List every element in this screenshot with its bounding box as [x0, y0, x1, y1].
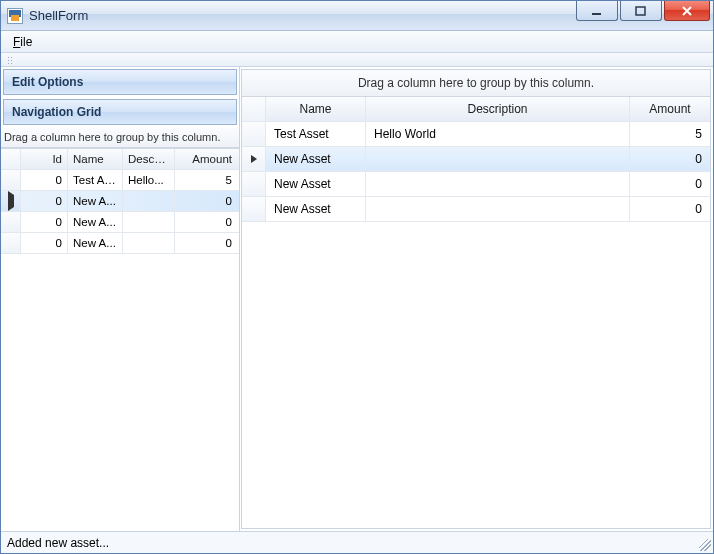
row-indicator-header	[242, 97, 266, 121]
table-row[interactable]: New Asset0	[242, 197, 710, 222]
cell-desc[interactable]: Hello...	[123, 170, 175, 190]
left-panel: Edit Options Navigation Grid Drag a colu…	[1, 67, 240, 531]
app-icon	[7, 8, 23, 24]
cell-id[interactable]: 0	[21, 191, 68, 211]
row-indicator	[242, 147, 266, 171]
status-text: Added new asset...	[7, 536, 109, 550]
col-name[interactable]: Name	[68, 149, 123, 169]
left-grid[interactable]: Id Name Descri... Amount 0Test As...Hell…	[1, 148, 239, 254]
cell-amount[interactable]: 0	[175, 212, 237, 232]
navigation-grid-header[interactable]: Navigation Grid	[3, 99, 237, 125]
menu-file[interactable]: File	[7, 33, 38, 51]
window-controls	[575, 1, 713, 30]
table-row[interactable]: 0Test As...Hello...5	[1, 170, 239, 191]
cell-name[interactable]: Test Asset	[266, 122, 366, 146]
col-amount[interactable]: Amount	[630, 97, 710, 121]
row-indicator	[242, 197, 266, 221]
close-icon	[681, 6, 693, 16]
cell-amount[interactable]: 0	[630, 172, 710, 196]
table-row[interactable]: Test AssetHello World5	[242, 122, 710, 147]
cell-amount[interactable]: 5	[175, 170, 237, 190]
row-indicator	[242, 122, 266, 146]
close-button[interactable]	[664, 1, 710, 21]
col-desc[interactable]: Descri...	[123, 149, 175, 169]
left-grid-container: Drag a column here to group by this colu…	[1, 127, 239, 531]
cell-desc[interactable]	[366, 147, 630, 171]
cell-name[interactable]: Test As...	[68, 170, 123, 190]
cell-desc[interactable]	[366, 197, 630, 221]
current-row-icon	[8, 191, 14, 211]
body: Edit Options Navigation Grid Drag a colu…	[1, 67, 713, 531]
minimize-icon	[591, 6, 603, 16]
table-row[interactable]: New Asset0	[242, 147, 710, 172]
cell-desc[interactable]	[123, 233, 175, 253]
app-window: ShellForm File Edit Options Navigation G…	[0, 0, 714, 554]
cell-amount[interactable]: 5	[630, 122, 710, 146]
cell-amount[interactable]: 0	[175, 233, 237, 253]
left-grid-header[interactable]: Id Name Descri... Amount	[1, 149, 239, 170]
toolstrip-grip-icon[interactable]	[7, 56, 12, 64]
cell-name[interactable]: New Asset	[266, 197, 366, 221]
cell-id[interactable]: 0	[21, 212, 68, 232]
resize-grip-icon[interactable]	[699, 539, 711, 551]
cell-id[interactable]: 0	[21, 170, 68, 190]
left-group-banner[interactable]: Drag a column here to group by this colu…	[1, 127, 239, 148]
cell-desc[interactable]	[366, 172, 630, 196]
row-indicator	[1, 191, 21, 211]
current-row-icon	[251, 155, 257, 163]
svg-rect-1	[636, 7, 645, 15]
cell-desc[interactable]	[123, 191, 175, 211]
table-row[interactable]: 0New A...0	[1, 233, 239, 254]
menubar: File	[1, 31, 713, 53]
cell-amount[interactable]: 0	[175, 191, 237, 211]
col-desc[interactable]: Description	[366, 97, 630, 121]
svg-rect-0	[592, 13, 601, 15]
maximize-button[interactable]	[620, 1, 662, 21]
row-indicator	[242, 172, 266, 196]
statusbar: Added new asset...	[1, 531, 713, 553]
right-grid-header[interactable]: Name Description Amount	[242, 97, 710, 122]
row-indicator	[1, 233, 21, 253]
col-id[interactable]: Id	[21, 149, 68, 169]
cell-name[interactable]: New A...	[68, 233, 123, 253]
window-title: ShellForm	[29, 8, 575, 23]
row-indicator	[1, 170, 21, 190]
right-panel: Drag a column here to group by this colu…	[241, 69, 711, 529]
toolstrip	[1, 53, 713, 67]
col-name[interactable]: Name	[266, 97, 366, 121]
cell-desc[interactable]: Hello World	[366, 122, 630, 146]
table-row[interactable]: 0New A...0	[1, 191, 239, 212]
minimize-button[interactable]	[576, 1, 618, 21]
cell-name[interactable]: New A...	[68, 212, 123, 232]
maximize-icon	[635, 6, 647, 16]
table-row[interactable]: New Asset0	[242, 172, 710, 197]
table-row[interactable]: 0New A...0	[1, 212, 239, 233]
cell-desc[interactable]	[123, 212, 175, 232]
edit-options-header[interactable]: Edit Options	[3, 69, 237, 95]
row-indicator-header	[1, 149, 21, 169]
cell-amount[interactable]: 0	[630, 147, 710, 171]
cell-name[interactable]: New Asset	[266, 172, 366, 196]
cell-name[interactable]: New A...	[68, 191, 123, 211]
col-amount[interactable]: Amount	[175, 149, 237, 169]
right-group-banner[interactable]: Drag a column here to group by this colu…	[242, 70, 710, 97]
row-indicator	[1, 212, 21, 232]
cell-amount[interactable]: 0	[630, 197, 710, 221]
titlebar[interactable]: ShellForm	[1, 1, 713, 31]
cell-id[interactable]: 0	[21, 233, 68, 253]
cell-name[interactable]: New Asset	[266, 147, 366, 171]
